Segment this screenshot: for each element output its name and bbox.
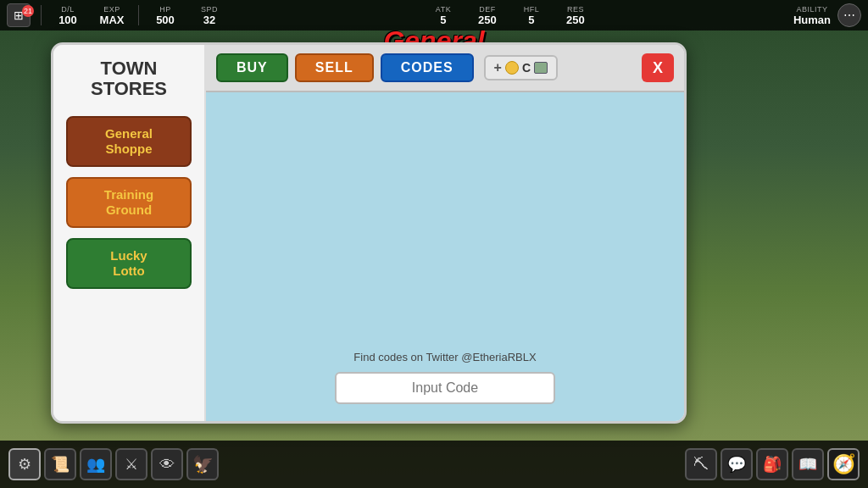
hud-divider-1 xyxy=(41,5,42,25)
hud-center: ATK 5 DEF 250 HFL 5 RES 250 xyxy=(422,5,597,26)
mining-icon[interactable]: ⛏ xyxy=(685,448,717,480)
hud-hfl: HFL 5 xyxy=(510,5,553,26)
code-input[interactable] xyxy=(335,372,555,404)
menu-icon-container[interactable]: ⊞ 21 xyxy=(7,3,31,27)
bottom-left-icons: ⚙ 📜 👥 ⚔ 👁 🦅 xyxy=(8,448,219,480)
combat-icon[interactable]: ⚔ xyxy=(115,448,147,480)
sidebar-lucky-lotto-button[interactable]: Lucky Lotto xyxy=(66,238,192,289)
sidebar-general-shoppe-button[interactable]: General Shoppe xyxy=(66,116,192,167)
hud-exp: EXP MAX xyxy=(91,5,133,26)
fly-icon[interactable]: 🦅 xyxy=(186,448,219,480)
bottom-toolbar: ⚙ 📜 👥 ⚔ 👁 🦅 ⛏ 💬 🎒 📖 🧭 xyxy=(0,441,868,488)
hud-res: RES 250 xyxy=(554,5,597,26)
find-codes-text: Find codes on Twitter @EtheriaRBLX xyxy=(353,351,536,363)
bottom-right-icons: ⛏ 💬 🎒 📖 🧭 xyxy=(685,448,860,480)
hud-hp: HP 500 xyxy=(144,5,186,26)
block-icon xyxy=(534,62,548,74)
skills-icon[interactable]: 📖 xyxy=(792,448,824,480)
sidebar-training-ground-button[interactable]: Training Ground xyxy=(66,177,192,228)
coins-plus-icon: + xyxy=(494,60,502,75)
tab-codes-button[interactable]: CODES xyxy=(381,53,474,82)
coin-icon xyxy=(505,61,519,75)
stealth-icon[interactable]: 👁 xyxy=(151,448,183,480)
coins-amount: C xyxy=(522,61,531,75)
quests-icon[interactable]: 📜 xyxy=(44,448,76,480)
hud-dl: D/L 100 xyxy=(47,5,89,26)
modal-sidebar: TOWN STORES General Shoppe Training Grou… xyxy=(53,45,206,421)
chat-icon[interactable]: 💬 xyxy=(721,448,753,480)
hud-left: ⊞ 21 D/L 100 EXP MAX HP 500 SPD 32 xyxy=(7,3,231,27)
modal-toolbar: BUY SELL CODES + C X xyxy=(206,45,684,92)
party-icon[interactable]: 👥 xyxy=(80,448,112,480)
notification-badge: 21 xyxy=(22,5,34,17)
compass-icon[interactable]: 🧭 xyxy=(827,448,860,480)
modal-content-area: Find codes on Twitter @EtheriaRBLX xyxy=(206,92,684,421)
tab-buy-button[interactable]: BUY xyxy=(216,53,288,82)
hud-ability: ABILITY Human xyxy=(788,5,836,26)
hud-divider-2 xyxy=(138,5,139,25)
town-stores-modal: TOWN STORES General Shoppe Training Grou… xyxy=(51,42,687,424)
inventory-icon[interactable]: 🎒 xyxy=(756,448,788,480)
sidebar-title: TOWN STORES xyxy=(91,58,167,99)
modal-main-area: BUY SELL CODES + C X Find codes on Twitt… xyxy=(206,45,684,421)
hud-right: ABILITY Human ⋯ xyxy=(788,3,861,27)
coins-display: + C xyxy=(484,55,558,80)
hud-atk: ATK 5 xyxy=(422,5,465,26)
modal-close-button[interactable]: X xyxy=(642,53,674,82)
hud-bar: ⊞ 21 D/L 100 EXP MAX HP 500 SPD 32 ATK 5… xyxy=(0,0,868,30)
hud-spd: SPD 32 xyxy=(188,5,231,26)
hud-menu-button[interactable]: ⋯ xyxy=(837,3,861,27)
tab-sell-button[interactable]: SELL xyxy=(295,53,374,82)
hud-def: DEF 250 xyxy=(466,5,509,26)
settings-icon[interactable]: ⚙ xyxy=(8,448,41,480)
